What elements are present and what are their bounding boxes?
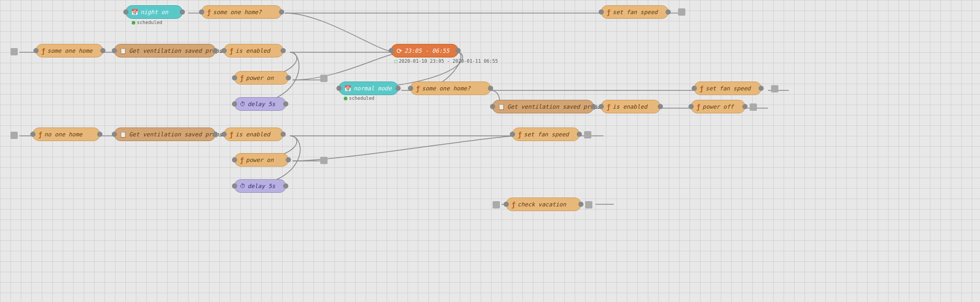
get-vent-norm-label: Get ventilation saved props — [507, 103, 601, 110]
delay-5s-top-label: delay 5s — [248, 101, 275, 108]
power-on-top-out — [320, 75, 328, 82]
func-icon8: ƒ — [606, 103, 611, 111]
night-on-node[interactable]: 📅 night on — [125, 5, 183, 19]
normal-mode-label: normal mode — [354, 85, 392, 92]
func-icon9: ƒ — [696, 103, 701, 111]
delay-5s-bot-label: delay 5s — [248, 183, 275, 190]
normal-mode-scheduled: scheduled — [344, 96, 375, 101]
time-icon: ⟳ — [396, 47, 402, 55]
power-off-out — [750, 103, 757, 111]
func-icon6: ƒ — [416, 85, 420, 92]
template-icon3: 📋 — [120, 131, 127, 138]
set-fan-speed-norm-node[interactable]: ƒ set fan speed — [694, 82, 762, 95]
inject-left2[interactable] — [10, 132, 18, 139]
is-enabled-norm-label: is enabled — [613, 103, 647, 110]
some-one-home-top-label: some one home? — [213, 9, 262, 16]
get-vent-norm-node[interactable]: 📋 Get ventilation saved props — [492, 100, 594, 113]
delay-icon2: ⏱ — [240, 183, 246, 190]
power-off-norm-label: power off — [703, 103, 734, 110]
time-sub-label: □ 2020-01-10 23:05 - 2020-01-11 06:55 — [394, 59, 498, 64]
func-icon5: ƒ — [240, 74, 244, 82]
power-on-bot-out — [320, 157, 328, 164]
check-vacation-node[interactable]: ƒ check vacation — [506, 198, 581, 211]
some-one-home-norm-node[interactable]: ƒ some one home? — [410, 82, 491, 95]
calendar-icon: 📅 — [131, 9, 138, 16]
night-on-label: night on — [141, 9, 168, 16]
some-one-home-top-node[interactable]: ƒ some one home? — [201, 5, 282, 19]
time-node[interactable]: ⟳ 23:05 - 06:55 — [391, 44, 459, 57]
func-icon13: ƒ — [240, 156, 244, 164]
no-one-home-label: no one home — [44, 131, 83, 138]
inject-left1[interactable] — [10, 48, 18, 55]
template-icon: 📋 — [120, 48, 127, 54]
is-enabled-bot-node[interactable]: ƒ is enabled — [224, 127, 284, 141]
template-icon2: 📋 — [498, 103, 505, 110]
func-icon2: ƒ — [606, 8, 611, 16]
delay-5s-bot-node[interactable]: ⏱ delay 5s — [234, 179, 286, 193]
is-enabled-norm-node[interactable]: ƒ is enabled — [601, 100, 661, 113]
some-one-home-norm-label: some one home? — [422, 85, 471, 92]
normal-mode-node[interactable]: 📅 normal mode — [339, 82, 399, 95]
get-vent-bot-node[interactable]: 📋 Get ventilation saved props — [114, 127, 216, 141]
set-fan-speed-norm-label: set fan speed — [706, 85, 751, 92]
is-enabled-top-label: is enabled — [236, 48, 270, 54]
delay-5s-top-node[interactable]: ⏱ delay 5s — [234, 97, 286, 111]
is-enabled-top-node[interactable]: ƒ is enabled — [224, 44, 284, 57]
power-off-norm-node[interactable]: ƒ power off — [691, 100, 745, 113]
get-vent-bot-label: Get ventilation saved props — [129, 131, 223, 138]
func-icon: ƒ — [207, 8, 211, 16]
set-fan-speed-bot-label: set fan speed — [524, 131, 569, 138]
power-on-top-label: power on — [246, 75, 274, 82]
get-vent-top-node[interactable]: 📋 Get ventilation saved props — [114, 44, 216, 57]
set-fan-speed-top-label: set fan speed — [613, 9, 658, 16]
func-icon11: ƒ — [229, 131, 234, 138]
some-one-home-mid-node[interactable]: ƒ some one home — [36, 44, 103, 57]
set-fan-bot-out — [584, 131, 591, 138]
set-fan-speed-top-node[interactable]: ƒ set fan speed — [601, 5, 669, 19]
func-icon12: ƒ — [518, 131, 522, 138]
func-icon10: ƒ — [38, 131, 42, 138]
night-on-scheduled: scheduled — [132, 20, 162, 25]
set-fan-top-out — [678, 8, 685, 16]
set-fan-norm-out — [771, 85, 778, 92]
check-vacation-out — [585, 201, 592, 208]
func-icon4: ƒ — [229, 47, 234, 55]
power-on-top-node[interactable]: ƒ power on — [234, 71, 289, 85]
delay-icon: ⏱ — [240, 101, 246, 108]
some-one-home-mid-label: some one home — [48, 48, 92, 54]
set-fan-speed-bot-node[interactable]: ƒ set fan speed — [512, 127, 580, 141]
calendar-icon2: 📅 — [344, 85, 352, 92]
power-on-bot-node[interactable]: ƒ power on — [234, 153, 289, 167]
no-one-home-node[interactable]: ƒ no one home — [32, 127, 100, 141]
time-node-label: 23:05 - 06:55 — [404, 48, 449, 54]
func-icon14: ƒ — [511, 201, 516, 208]
power-on-bot-label: power on — [246, 157, 274, 164]
is-enabled-bot-label: is enabled — [236, 131, 270, 138]
check-vacation-label: check vacation — [518, 201, 566, 208]
func-icon7: ƒ — [699, 85, 704, 92]
get-vent-top-label: Get ventilation saved props — [129, 48, 223, 54]
inject-vac[interactable] — [493, 201, 500, 208]
func-icon3: ƒ — [41, 47, 45, 55]
